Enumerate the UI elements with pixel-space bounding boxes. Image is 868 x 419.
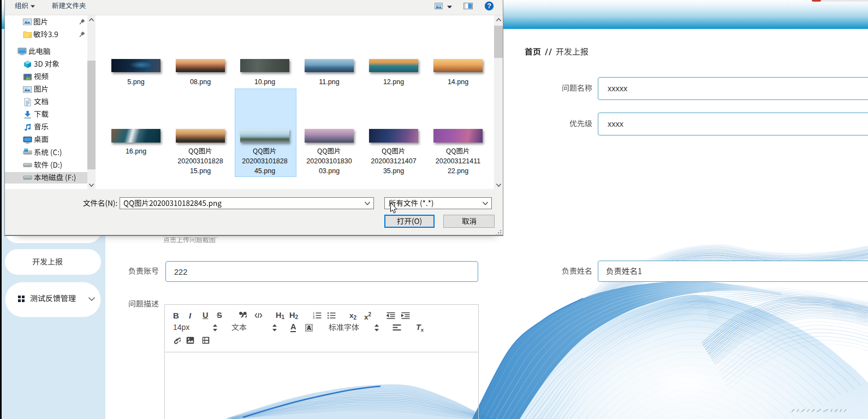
svg-text:3: 3	[313, 316, 314, 319]
svg-text:?: ?	[487, 2, 491, 10]
svg-text:A: A	[307, 324, 311, 331]
